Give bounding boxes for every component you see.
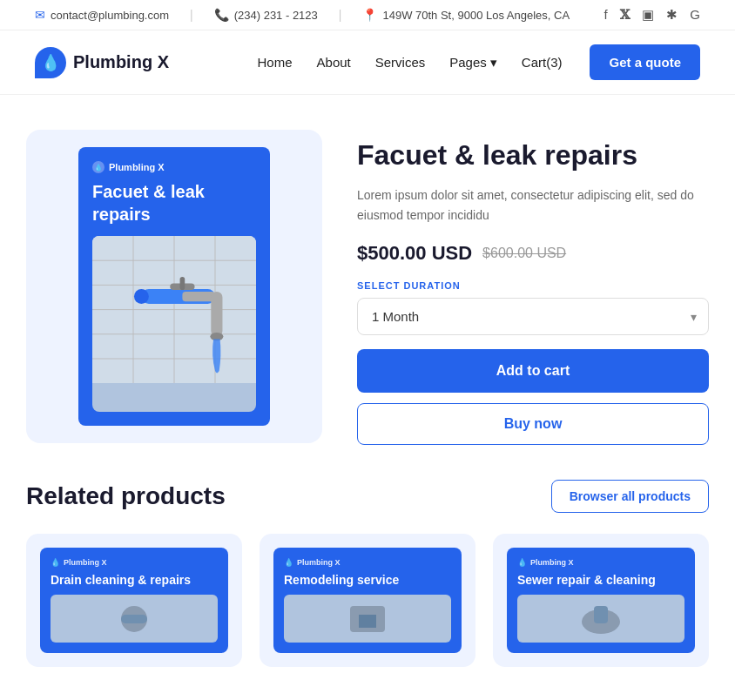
twitter-icon[interactable]: 𝕏 <box>620 7 630 23</box>
duration-select[interactable]: 1 Month 3 Months 6 Months 12 Months <box>357 298 709 335</box>
header: 💧 Plumbing X Home About Services Pages ▾… <box>0 30 735 95</box>
svg-rect-12 <box>182 292 215 301</box>
get-quote-button[interactable]: Get a quote <box>590 44 700 80</box>
add-to-cart-button[interactable]: Add to cart <box>357 349 709 393</box>
svg-point-11 <box>134 289 149 304</box>
buy-now-button[interactable]: Buy now <box>357 403 709 445</box>
social-links: f 𝕏 ▣ ✱ G <box>604 7 700 23</box>
product-title: Facuet & leak repairs <box>357 138 709 172</box>
book-image <box>92 236 256 412</box>
svg-rect-22 <box>359 615 376 628</box>
product-details: Facuet & leak repairs Lorem ipsum dolor … <box>357 130 709 445</box>
logo[interactable]: 💧 Plumbing X <box>35 47 169 78</box>
chevron-down-icon: ▾ <box>490 55 497 71</box>
phone-icon: 📞 <box>214 8 229 22</box>
product-description: Lorem ipsum dolor sit amet, consectetur … <box>357 185 709 225</box>
product-image-card: 💧 Plumbling X Facuet & leak repairs <box>26 130 322 443</box>
card-book-1: 💧 Plumbing X Drain cleaning & repairs <box>40 548 228 653</box>
related-section: Related products Browser all products 💧 … <box>0 480 735 667</box>
product-book: 💧 Plumbling X Facuet & leak repairs <box>78 147 270 426</box>
topbar-address: 📍 149W 70th St, 9000 Los Angeles, CA <box>362 8 570 22</box>
card-logo-icon-2: 💧 <box>284 558 293 567</box>
facebook-icon[interactable]: f <box>604 7 608 23</box>
price-row: $500.00 USD $600.00 USD <box>357 242 709 265</box>
instagram-icon[interactable]: ▣ <box>642 7 654 23</box>
card-title-1: Drain cleaning & repairs <box>51 572 218 588</box>
related-card-1[interactable]: 💧 Plumbing X Drain cleaning & repairs <box>26 534 242 667</box>
nav-home[interactable]: Home <box>258 55 293 70</box>
card-image-1 <box>51 595 218 643</box>
svg-rect-16 <box>180 277 185 290</box>
topbar-phone: 📞 (234) 231 - 2123 <box>214 8 318 22</box>
product-section: 💧 Plumbling X Facuet & leak repairs <box>0 130 735 445</box>
email-icon: ✉ <box>35 8 45 22</box>
svg-rect-19 <box>121 615 147 623</box>
google-icon[interactable]: G <box>690 7 700 23</box>
nav-services[interactable]: Services <box>375 55 426 70</box>
related-header: Related products Browser all products <box>26 480 709 513</box>
svg-rect-25 <box>594 606 608 623</box>
products-grid: 💧 Plumbing X Drain cleaning & repairs 💧 <box>26 534 709 667</box>
topbar: ✉ contact@plumbing.com | 📞 (234) 231 - 2… <box>0 0 735 30</box>
card-logo-icon-1: 💧 <box>51 558 60 567</box>
duration-label: SELECT DURATION <box>357 280 709 291</box>
browse-all-button[interactable]: Browser all products <box>551 480 709 513</box>
main-nav: Home About Services Pages ▾ Cart(3) <box>258 55 563 71</box>
card-logo-icon-3: 💧 <box>517 558 527 567</box>
card-logo-3: 💧 Plumbing X <box>517 558 684 567</box>
book-logo-icon: 💧 <box>92 161 105 173</box>
nav-cart[interactable]: Cart(3) <box>522 55 563 70</box>
related-title: Related products <box>26 482 226 510</box>
book-logo: 💧 Plumbling X <box>92 161 256 173</box>
price-original: $600.00 USD <box>482 246 566 261</box>
location-icon: 📍 <box>362 8 377 22</box>
topbar-email: ✉ contact@plumbing.com <box>35 8 169 22</box>
related-card-2[interactable]: 💧 Plumbing X Remodeling service <box>260 534 475 667</box>
yelp-icon[interactable]: ✱ <box>666 7 678 23</box>
logo-icon: 💧 <box>35 47 66 78</box>
card-book-3: 💧 Plumbing X Sewer repair & cleaning <box>507 548 695 653</box>
card-book-2: 💧 Plumbing X Remodeling service <box>273 548 462 653</box>
card-logo-2: 💧 Plumbing X <box>284 558 451 567</box>
card-title-2: Remodeling service <box>284 572 451 588</box>
svg-rect-13 <box>211 292 222 337</box>
book-title: Facuet & leak repairs <box>92 180 256 225</box>
card-title-3: Sewer repair & cleaning <box>517 572 684 588</box>
duration-select-wrapper: 1 Month 3 Months 6 Months 12 Months ▾ <box>357 298 709 335</box>
price-current: $500.00 USD <box>357 242 472 265</box>
nav-pages[interactable]: Pages ▾ <box>449 55 497 71</box>
card-image-3 <box>517 595 684 643</box>
card-logo-1: 💧 Plumbing X <box>51 558 218 567</box>
related-card-3[interactable]: 💧 Plumbing X Sewer repair & cleaning <box>493 534 709 667</box>
card-image-2 <box>284 595 451 643</box>
nav-about[interactable]: About <box>317 55 351 70</box>
